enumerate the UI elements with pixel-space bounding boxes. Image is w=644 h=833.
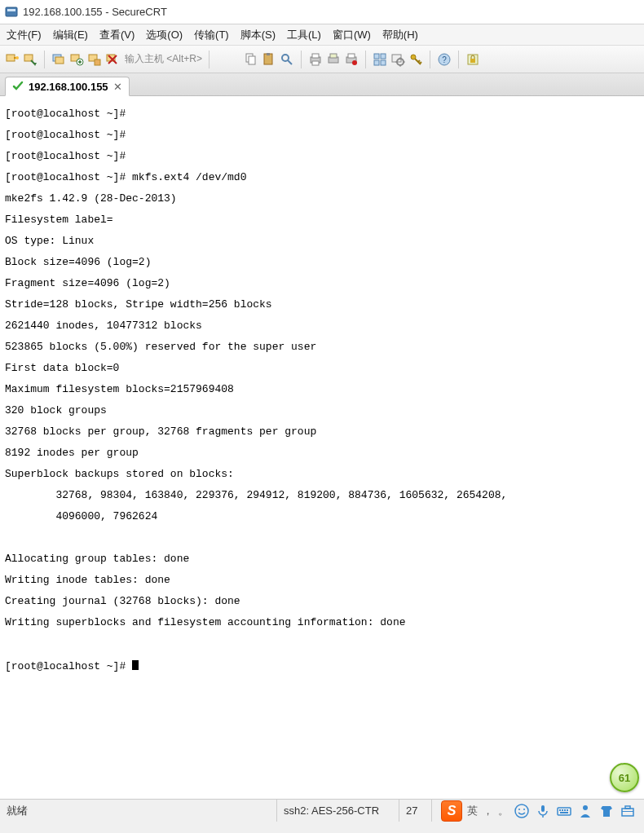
- disconnect-icon[interactable]: [69, 52, 84, 67]
- tab-bar: 192.168.100.155 ✕: [0, 73, 644, 96]
- svg-rect-29: [381, 60, 386, 65]
- toolbar-separator: [458, 51, 459, 68]
- terminal-line: Writing inode tables: done: [5, 574, 170, 586]
- menu-script[interactable]: 脚本(S): [240, 28, 276, 42]
- svg-point-17: [282, 55, 289, 61]
- copy-icon[interactable]: [244, 52, 258, 67]
- perf-badge[interactable]: 61: [610, 763, 639, 792]
- menu-tools[interactable]: 工具(L): [287, 28, 321, 42]
- ime-keyboard-icon[interactable]: [556, 803, 572, 819]
- ime-tray: S 英 ， 。: [436, 800, 641, 822]
- badge-value: 61: [619, 772, 630, 784]
- ime-punct2[interactable]: 。: [498, 804, 509, 818]
- terminal-line: Filesystem label=: [5, 214, 113, 226]
- reconnect-icon[interactable]: [51, 52, 66, 67]
- status-connection: ssh2: AES-256-CTR: [284, 804, 379, 817]
- terminal-line: [root@localhost ~]#: [5, 129, 126, 141]
- global-options-icon[interactable]: [390, 52, 405, 67]
- toolbar-separator: [44, 51, 45, 68]
- svg-point-3: [15, 56, 19, 60]
- menu-edit[interactable]: 编辑(E): [53, 28, 88, 42]
- tab-close-icon[interactable]: ✕: [113, 81, 122, 93]
- menu-transfer[interactable]: 传输(T): [194, 28, 229, 42]
- terminal-line: Creating journal (32768 blocks): done: [5, 595, 240, 607]
- menu-help[interactable]: 帮助(H): [382, 28, 418, 42]
- terminal-line: Allocating group tables: done: [5, 553, 189, 565]
- lock-icon[interactable]: [465, 52, 480, 67]
- connected-check-icon: [12, 81, 24, 92]
- ime-lang-label[interactable]: 英: [467, 804, 478, 818]
- terminal[interactable]: [root@localhost ~]# [root@localhost ~]# …: [0, 96, 644, 799]
- terminal-line: Stride=128 blocks, Stripe width=256 bloc…: [5, 298, 272, 311]
- terminal-line: Fragment size=4096 (log=2): [5, 277, 170, 289]
- close-session-icon[interactable]: [105, 52, 120, 67]
- svg-rect-43: [562, 809, 563, 811]
- print-screen-icon[interactable]: [326, 52, 341, 67]
- svg-rect-7: [55, 57, 64, 64]
- menu-options[interactable]: 选项(O): [146, 28, 183, 42]
- svg-rect-11: [95, 60, 100, 65]
- svg-rect-50: [622, 811, 633, 812]
- terminal-line: Block size=4096 (log=2): [5, 256, 151, 268]
- terminal-line: Writing superblocks and filesystem accou…: [5, 616, 405, 628]
- quick-connect-icon[interactable]: [23, 52, 37, 67]
- svg-point-47: [583, 805, 588, 810]
- session-options-icon[interactable]: [87, 52, 102, 67]
- svg-rect-36: [470, 59, 475, 63]
- host-input-hint[interactable]: 输入主机 <Alt+R>: [125, 52, 202, 66]
- svg-rect-42: [559, 809, 561, 811]
- connect-icon[interactable]: [5, 52, 20, 67]
- terminal-line: 8192 inodes per group: [5, 447, 139, 459]
- ime-mic-icon[interactable]: [535, 803, 551, 819]
- toolbar-separator: [301, 51, 302, 68]
- svg-point-37: [515, 804, 528, 818]
- help-icon[interactable]: ?: [437, 52, 452, 67]
- tab-title: 192.168.100.155: [29, 81, 108, 93]
- ime-smiley-icon[interactable]: [514, 803, 530, 819]
- key-icon[interactable]: [408, 52, 423, 67]
- svg-rect-46: [560, 812, 568, 813]
- terminal-line: Maximum filesystem blocks=2157969408: [5, 383, 234, 395]
- terminal-line: 32768 blocks per group, 32768 fragments …: [5, 425, 316, 438]
- terminal-line: 4096000, 7962624: [5, 510, 157, 522]
- menu-bar: 文件(F) 编辑(E) 查看(V) 选项(O) 传输(T) 脚本(S) 工具(L…: [0, 24, 644, 46]
- svg-rect-49: [625, 806, 630, 809]
- svg-text:?: ?: [442, 55, 447, 64]
- svg-point-25: [352, 60, 357, 65]
- svg-rect-24: [348, 54, 355, 58]
- print-selection-icon[interactable]: [344, 52, 359, 67]
- sogou-ime-icon[interactable]: S: [441, 800, 462, 822]
- svg-rect-48: [622, 809, 633, 816]
- print-icon[interactable]: [308, 52, 323, 67]
- toolbar-separator: [430, 51, 430, 68]
- terminal-line: First data block=0: [5, 362, 119, 374]
- ime-person-icon[interactable]: [577, 803, 593, 819]
- terminal-line: 2621440 inodes, 10477312 blocks: [5, 320, 202, 332]
- ime-punct1[interactable]: ，: [483, 804, 493, 818]
- find-icon[interactable]: [280, 52, 294, 67]
- svg-rect-41: [558, 808, 571, 815]
- menu-window[interactable]: 窗口(W): [333, 28, 371, 42]
- tile-icon[interactable]: [373, 52, 387, 67]
- terminal-line: [root@localhost ~]#: [5, 150, 126, 162]
- svg-point-39: [523, 809, 525, 810]
- paste-icon[interactable]: [262, 52, 276, 67]
- ime-toolbox-icon[interactable]: [620, 803, 636, 819]
- menu-view[interactable]: 查看(V): [99, 28, 135, 42]
- cursor: [132, 660, 139, 670]
- title-bar: 192.168.100.155 - SecureCRT: [0, 0, 644, 24]
- toolbar-separator: [365, 51, 366, 68]
- window-title: 192.168.100.155 - SecureCRT: [23, 6, 167, 18]
- status-ready: 就绪: [7, 804, 28, 818]
- terminal-prompt: [root@localhost ~]#: [5, 660, 132, 672]
- toolbar-separator: [209, 51, 210, 68]
- svg-rect-1: [7, 9, 15, 11]
- menu-file[interactable]: 文件(F): [7, 28, 42, 42]
- ime-skin-icon[interactable]: [598, 803, 615, 819]
- terminal-line: Superblock backups stored on blocks:: [5, 468, 240, 480]
- session-tab[interactable]: 192.168.100.155 ✕: [5, 77, 130, 96]
- svg-rect-26: [374, 54, 379, 59]
- terminal-line: [root@localhost ~]#: [5, 108, 126, 120]
- svg-rect-19: [312, 54, 319, 58]
- svg-rect-28: [374, 60, 379, 65]
